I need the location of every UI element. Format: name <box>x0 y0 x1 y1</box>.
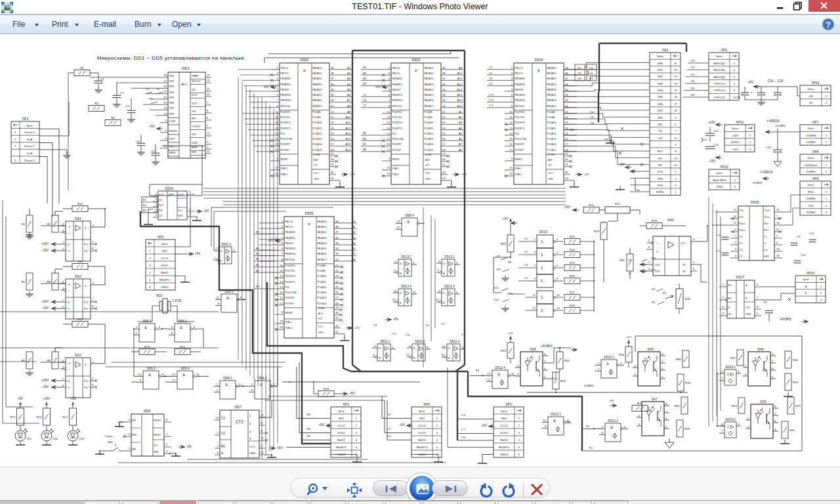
svg-text:&: & <box>606 362 609 366</box>
svg-text:5: 5 <box>261 444 262 448</box>
svg-text:+15V: +15V <box>41 379 49 382</box>
svg-text:E4: E4 <box>143 209 147 212</box>
svg-text:D5: D5 <box>691 87 695 90</box>
svg-text:PD1(TXD): PD1(TXD) <box>285 270 295 272</box>
svg-text:11: 11 <box>533 293 536 297</box>
svg-text:RE: RE <box>728 297 732 300</box>
svg-text:PA1(AD1): PA1(AD1) <box>424 72 434 75</box>
svg-text:14: 14 <box>509 132 513 135</box>
svg-text:B2: B2 <box>363 72 367 75</box>
svg-text:1: 1 <box>749 134 751 137</box>
svg-text:26: 26 <box>335 291 339 294</box>
svg-text:18: 18 <box>674 109 677 112</box>
svg-text:D2: D2 <box>589 72 593 75</box>
svg-text:1: 1 <box>207 145 209 148</box>
svg-text:21: 21 <box>565 110 568 114</box>
svg-text:14: 14 <box>674 82 677 85</box>
svg-text:DD13.2: DD13.2 <box>401 255 411 259</box>
svg-text:GND: GND <box>314 178 319 180</box>
svg-text:−U: −U <box>66 250 70 253</box>
svg-text:C2+: C2+ <box>739 249 744 251</box>
svg-text:1: 1 <box>277 66 279 70</box>
svg-text:Канал 3: Канал 3 <box>24 159 35 162</box>
svg-text:5: 5 <box>772 375 774 379</box>
svg-text:37: 37 <box>442 77 446 80</box>
svg-text:34: 34 <box>335 247 339 250</box>
svg-text:6: 6 <box>556 264 558 267</box>
svg-text:EGND: EGND <box>656 190 664 194</box>
svg-text:C3: C3 <box>489 77 493 80</box>
svg-text:−: − <box>68 231 70 235</box>
svg-text:C8: C8 <box>763 301 767 304</box>
svg-text:DD7: DD7 <box>235 405 242 409</box>
svg-text:FC2: FC2 <box>84 250 89 253</box>
svg-text:1: 1 <box>735 234 737 238</box>
svg-text:R22: R22 <box>589 203 595 207</box>
svg-text:8: 8 <box>544 352 546 356</box>
svg-text:XP13: XP13 <box>720 165 728 169</box>
svg-text:PC6(A14): PC6(A14) <box>317 297 326 299</box>
svg-text:&: & <box>610 425 613 429</box>
svg-text:RD: RD <box>658 123 662 126</box>
svg-text:VIN7: VIN7 <box>169 107 175 110</box>
svg-text:22: 22 <box>331 116 334 119</box>
svg-text:R24: R24 <box>570 248 576 251</box>
svg-text:C7: C7 <box>387 427 391 430</box>
svg-text:DGND: DGND <box>192 142 198 144</box>
svg-text:PD0(RXD): PD0(RXD) <box>514 111 525 114</box>
svg-text:OC1B: OC1B <box>548 154 555 156</box>
svg-text:+5V(ВН): +5V(ВН) <box>541 345 553 348</box>
svg-text:GND: GND <box>425 178 430 180</box>
svg-text:PA6(AD6): PA6(AD6) <box>317 253 327 255</box>
svg-text:34: 34 <box>442 93 446 96</box>
svg-text:7: 7 <box>757 296 759 299</box>
svg-text:XP5: XP5 <box>505 402 512 406</box>
svg-text:6: 6 <box>156 192 158 196</box>
svg-text:D2: D2 <box>691 66 695 69</box>
svg-text:PD4: PD4 <box>514 133 519 135</box>
svg-text:Цепь: Цепь <box>716 171 723 175</box>
svg-text:PD3(INT1): PD3(INT1) <box>285 281 295 284</box>
svg-text:2: 2 <box>826 101 828 104</box>
svg-text:D: D <box>413 346 415 350</box>
svg-text:5: 5 <box>282 242 284 245</box>
svg-text:15: 15 <box>275 137 278 140</box>
svg-text:−15V: −15V <box>41 249 49 252</box>
svg-text:XP3: XP3 <box>343 402 349 406</box>
svg-text:E6: E6 <box>307 427 311 430</box>
svg-text:16: 16 <box>280 296 283 299</box>
svg-text:K5: K5 <box>663 291 667 295</box>
svg-text:6: 6 <box>149 285 151 289</box>
svg-text:35: 35 <box>442 88 446 91</box>
svg-text:6: 6 <box>165 119 167 122</box>
svg-text:23: 23 <box>565 121 568 124</box>
svg-text:PC7(A15): PC7(A15) <box>547 149 556 152</box>
svg-text:PD0(RXD): PD0(RXD) <box>280 111 291 114</box>
svg-text:VEE: VEE <box>658 177 663 180</box>
svg-text:15: 15 <box>280 291 283 294</box>
svg-text:ICP: ICP <box>425 164 429 167</box>
svg-text:30: 30 <box>331 158 334 161</box>
svg-text:36: 36 <box>565 83 568 86</box>
svg-text:ICP: ICP <box>314 164 318 167</box>
svg-text:K9: K9 <box>497 268 501 271</box>
svg-text:A8: A8 <box>459 148 463 152</box>
svg-text:PC1(A9): PC1(A9) <box>312 116 321 119</box>
svg-text:15: 15 <box>387 137 390 140</box>
svg-text:DIN: DIN <box>192 89 196 91</box>
svg-text:+5v(Подсв.: +5v(Подсв. <box>804 163 818 167</box>
svg-text:DA3: DA3 <box>75 353 81 357</box>
svg-text:XP12: XP12 <box>811 81 819 85</box>
svg-text:3: 3 <box>436 431 438 434</box>
svg-text:9: 9 <box>675 143 677 146</box>
svg-text:PB1(T1): PB1(T1) <box>514 72 522 75</box>
svg-text:6: 6 <box>665 417 667 420</box>
svg-text:14: 14 <box>215 416 219 419</box>
svg-text:12: 12 <box>261 413 264 417</box>
svg-text:35: 35 <box>331 88 334 91</box>
svg-text:DA4: DA4 <box>667 218 674 222</box>
svg-text:16: 16 <box>509 142 513 146</box>
svg-text:B4: B4 <box>363 82 367 85</box>
svg-text:ВХ3: ВХ3 <box>419 417 425 420</box>
svg-text:5: 5 <box>207 124 209 127</box>
